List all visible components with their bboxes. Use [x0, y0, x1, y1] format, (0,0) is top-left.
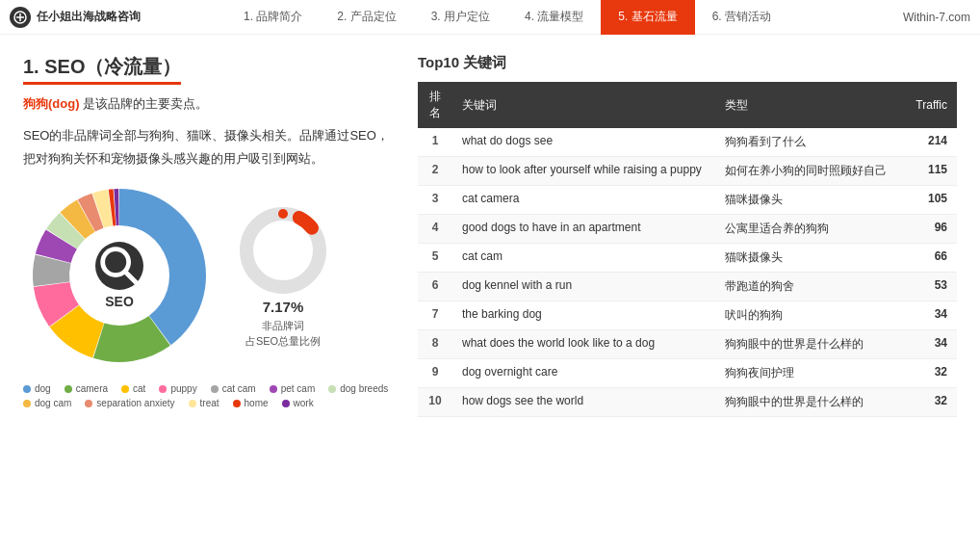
legend-item: puppy: [159, 383, 196, 394]
cell-keyword: how dogs see the world: [452, 388, 715, 417]
legend-dot: [85, 400, 92, 407]
cell-rank: 9: [418, 359, 452, 388]
table-row: 6dog kennel with a run带跑道的狗舍53: [418, 273, 957, 301]
legend-label: camera: [76, 383, 108, 394]
table-header: 排名: [418, 82, 452, 128]
legend-dot: [121, 385, 129, 393]
small-donut-svg: [235, 202, 331, 299]
cell-traffic: 66: [899, 244, 957, 273]
cell-rank: 2: [418, 157, 452, 186]
cell-rank: 5: [418, 244, 452, 273]
table-row: 2how to look after yourself while raisin…: [418, 157, 957, 186]
seo-icon: [95, 242, 143, 290]
legend-dot: [233, 400, 241, 407]
table-row: 8what does the world look like to a dog狗…: [418, 330, 957, 359]
cell-traffic: 34: [899, 301, 957, 330]
cell-type: 狗狗夜间护理: [715, 359, 899, 388]
cell-rank: 10: [418, 388, 452, 417]
legend-dot: [211, 385, 219, 393]
legend-label: work: [294, 398, 314, 408]
cell-keyword: cat cam: [452, 244, 715, 273]
legend-dot: [328, 385, 336, 393]
table-row: 3cat camera猫咪摄像头105: [418, 186, 957, 215]
table-row: 10how dogs see the world狗狗眼中的世界是什么样的32: [418, 388, 957, 417]
highlight-text: 狗狗(dog): [23, 96, 79, 111]
cell-keyword: what does the world look like to a dog: [452, 330, 715, 359]
table-body: 1what do dogs see狗狗看到了什么2142how to look …: [418, 128, 957, 417]
main-content: 1. SEO（冷流量） 狗狗(dog) 是该品牌的主要卖点。 SEO的非品牌词全…: [0, 35, 980, 549]
nav-logo: 任小姐出海战略咨询: [10, 7, 141, 28]
nav-item[interactable]: 1. 品牌简介: [226, 0, 320, 35]
top10-title: Top10 关键词: [418, 54, 957, 72]
cell-traffic: 32: [899, 388, 957, 417]
cell-traffic: 53: [899, 273, 957, 301]
legend-item: dog breeds: [328, 383, 388, 394]
logo-text: 任小姐出海战略咨询: [37, 9, 141, 25]
cell-type: 吠叫的狗狗: [715, 301, 899, 330]
cell-traffic: 105: [899, 186, 957, 215]
cell-type: 狗狗眼中的世界是什么样的: [715, 388, 899, 417]
cell-keyword: cat camera: [452, 186, 715, 215]
kw-table: 排名关键词类型Traffic 1what do dogs see狗狗看到了什么2…: [418, 82, 957, 417]
nav-item[interactable]: 5. 基石流量: [601, 0, 694, 35]
cell-type: 狗狗看到了什么: [715, 128, 899, 157]
cell-traffic: 115: [899, 157, 957, 186]
legend-label: dog cam: [35, 398, 71, 408]
table-row: 5cat cam猫咪摄像头66: [418, 244, 957, 273]
desc1: 狗狗(dog) 是该品牌的主要卖点。: [23, 92, 389, 115]
legend-label: separation anxiety: [96, 398, 174, 408]
nav-item[interactable]: 3. 用户定位: [414, 0, 507, 35]
nav-items: 1. 品牌简介2. 产品定位3. 用户定位4. 流量模型5. 基石流量6. 营销…: [141, 0, 874, 35]
cell-type: 带跑道的狗舍: [715, 273, 899, 301]
cell-traffic: 32: [899, 359, 957, 388]
desc1-rest: 是该品牌的主要卖点。: [83, 96, 208, 111]
legend-item: home: [233, 398, 269, 408]
legend-item: dog cam: [23, 398, 71, 408]
legend-label: home: [245, 398, 269, 408]
legend-dot: [189, 400, 196, 407]
legend-item: cat cam: [211, 383, 256, 394]
legend-label: puppy: [170, 383, 196, 394]
right-panel: Top10 关键词 排名关键词类型Traffic 1what do dogs s…: [418, 54, 957, 539]
cell-type: 猫咪摄像头: [715, 244, 899, 273]
svg-point-7: [278, 209, 288, 219]
legend-dot: [23, 385, 31, 393]
legend-item: cat: [121, 383, 145, 394]
table-header: 关键词: [452, 82, 715, 128]
legend-label: dog breeds: [340, 383, 388, 394]
legend-label: cat cam: [222, 383, 256, 394]
small-donut-container: 7.17% 非品牌词 占SEO总量比例: [235, 202, 331, 349]
table-header: 类型: [715, 82, 899, 128]
table-row: 7the barking dog吠叫的狗狗34: [418, 301, 957, 330]
svg-line-4: [126, 273, 139, 285]
cell-keyword: good dogs to have in an apartment: [452, 215, 715, 244]
top-nav: 任小姐出海战略咨询 1. 品牌简介2. 产品定位3. 用户定位4. 流量模型5.…: [0, 0, 980, 35]
cell-rank: 7: [418, 301, 452, 330]
cell-rank: 4: [418, 215, 452, 244]
cell-keyword: dog kennel with a run: [452, 273, 715, 301]
legend-area: dogcameracatpuppycat campet camdog breed…: [23, 383, 389, 408]
legend-item: camera: [64, 383, 108, 394]
nav-item[interactable]: 6. 营销活动: [695, 0, 788, 35]
nav-item[interactable]: 2. 产品定位: [320, 0, 413, 35]
donut-center-label: SEO: [105, 294, 134, 309]
cell-keyword: what do dogs see: [452, 128, 715, 157]
logo-icon: [10, 7, 31, 28]
cell-keyword: dog overnight care: [452, 359, 715, 388]
section-title: 1. SEO（冷流量）: [23, 54, 181, 85]
legend-item: separation anxiety: [85, 398, 174, 408]
legend-item: treat: [189, 398, 219, 408]
table-row: 1what do dogs see狗狗看到了什么214: [418, 128, 957, 157]
chart-area: SEO 7.17% 非品牌词 占SEO总量比例: [23, 179, 389, 372]
cell-traffic: 214: [899, 128, 957, 157]
legend-label: treat: [200, 398, 219, 408]
table-row: 9dog overnight care狗狗夜间护理32: [418, 359, 957, 388]
legend-label: cat: [133, 383, 145, 394]
cell-rank: 8: [418, 330, 452, 359]
left-panel: 1. SEO（冷流量） 狗狗(dog) 是该品牌的主要卖点。 SEO的非品牌词全…: [23, 54, 389, 539]
nav-item[interactable]: 4. 流量模型: [507, 0, 601, 35]
table-header-row: 排名关键词类型Traffic: [418, 82, 957, 128]
nav-site: Within-7.com: [874, 11, 970, 24]
cell-type: 公寓里适合养的狗狗: [715, 215, 899, 244]
cell-type: 狗狗眼中的世界是什么样的: [715, 330, 899, 359]
